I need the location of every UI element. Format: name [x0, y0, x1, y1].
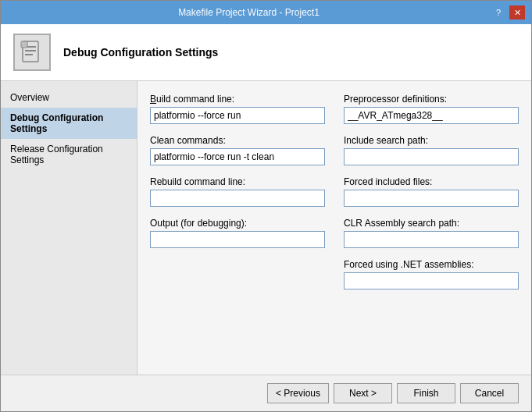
header-title: Debug Configuration Settings: [63, 46, 218, 59]
forced-include-input[interactable]: [344, 190, 519, 207]
form-columns: Build command line: Clean commands:: [150, 94, 519, 300]
svg-rect-2: [25, 50, 36, 52]
form-col-right: Preprocessor definitions: Include search…: [344, 94, 519, 300]
forced-net-input[interactable]: [344, 272, 519, 289]
window-title: Makefile Project Wizard - Project1: [7, 7, 491, 18]
include-search-label: Include search path:: [344, 135, 519, 146]
content-area: Overview Debug Configuration Settings Re…: [1, 81, 531, 375]
output-debugging-group: Output (for debugging):: [150, 218, 325, 248]
rebuild-command-label: Rebuild command line:: [150, 176, 325, 187]
build-command-label: Build command line:: [150, 94, 325, 105]
main-panel: Build command line: Clean commands:: [137, 81, 531, 375]
clean-commands-input[interactable]: [150, 148, 325, 165]
clean-commands-label: Clean commands:: [150, 135, 325, 146]
output-debugging-input[interactable]: [150, 231, 325, 248]
main-window: Makefile Project Wizard - Project1 ? ✕ D…: [0, 0, 532, 412]
form-col-left: Build command line: Clean commands:: [150, 94, 325, 300]
build-command-input[interactable]: [150, 107, 325, 124]
clr-assembly-input[interactable]: [344, 231, 519, 248]
preprocessor-defs-group: Preprocessor definitions:: [344, 94, 519, 124]
build-command-group: Build command line:: [150, 94, 325, 124]
cancel-button[interactable]: Cancel: [460, 383, 519, 403]
preprocessor-defs-label: Preprocessor definitions:: [344, 94, 519, 105]
forced-include-label: Forced included files:: [344, 176, 519, 187]
rebuild-command-group: Rebuild command line:: [150, 176, 325, 207]
include-search-group: Include search path:: [344, 135, 519, 165]
preprocessor-defs-input[interactable]: [344, 107, 519, 124]
sidebar-item-release-config[interactable]: Release Configuration Settings: [1, 139, 137, 170]
forced-include-group: Forced included files:: [344, 176, 519, 207]
help-button[interactable]: ?: [491, 5, 506, 20]
forced-net-group: Forced using .NET assemblies:: [344, 259, 519, 289]
rebuild-command-input[interactable]: [150, 190, 325, 207]
forced-net-label: Forced using .NET assemblies:: [344, 259, 519, 270]
sidebar: Overview Debug Configuration Settings Re…: [1, 81, 137, 375]
sidebar-item-overview[interactable]: Overview: [1, 87, 137, 108]
header-area: Debug Configuration Settings: [1, 24, 531, 81]
footer: < Previous Next > Finish Cancel: [1, 375, 531, 411]
output-debugging-label: Output (for debugging):: [150, 218, 325, 229]
clr-assembly-label: CLR Assembly search path:: [344, 218, 519, 229]
finish-button[interactable]: Finish: [397, 383, 455, 403]
wizard-icon: [13, 34, 51, 71]
title-bar-controls: ? ✕: [491, 5, 525, 20]
clean-commands-group: Clean commands:: [150, 135, 325, 165]
next-button[interactable]: Next >: [334, 383, 392, 403]
title-bar: Makefile Project Wizard - Project1 ? ✕: [1, 1, 531, 24]
svg-rect-3: [25, 54, 33, 55]
previous-button[interactable]: < Previous: [267, 383, 329, 403]
include-search-input[interactable]: [344, 148, 519, 165]
clr-assembly-group: CLR Assembly search path:: [344, 218, 519, 248]
close-button[interactable]: ✕: [509, 5, 525, 20]
svg-rect-4: [21, 41, 27, 48]
sidebar-item-debug-config[interactable]: Debug Configuration Settings: [1, 108, 137, 139]
